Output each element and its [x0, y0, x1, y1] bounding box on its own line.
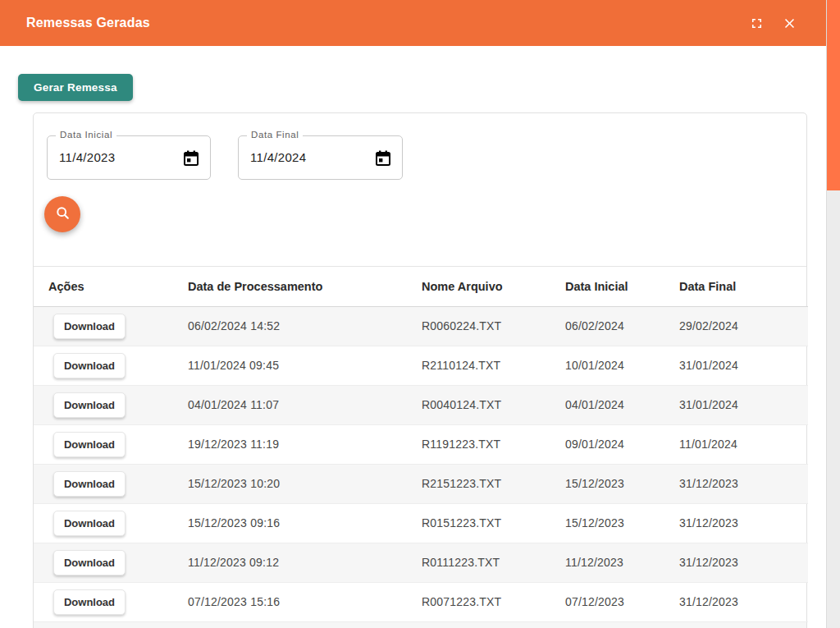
modal-title: Remessas Geradas	[26, 16, 150, 30]
cell-data-processamento: 06/02/2024 14:52	[188, 306, 422, 346]
download-button[interactable]: Download	[53, 550, 126, 575]
data-final-value: 11/4/2024	[250, 136, 306, 179]
cell-nome-arquivo: R2151223.TXT	[422, 464, 565, 503]
modal-header: Remessas Geradas	[0, 0, 840, 46]
cell-nome-arquivo: R0151223.TXT	[422, 503, 565, 543]
download-button[interactable]: Download	[53, 392, 126, 418]
cell-data-final: 31/12/2023	[679, 543, 808, 582]
table-row: Download 15/12/2023 09:16 R0151223.TXT 1…	[34, 503, 808, 543]
cell-data-final: 11/01/2024	[679, 424, 808, 464]
cell-data-inicial: 15/12/2023	[565, 464, 679, 503]
table-row: Download 07/12/2023 15:16 R0071223.TXT 0…	[34, 582, 808, 621]
close-button[interactable]	[781, 15, 797, 31]
download-button[interactable]: Download	[53, 314, 126, 339]
filter-section: Data Inicial 11/4/2023 Data Final 11/4/2…	[34, 113, 806, 266]
table-section: Ações Data de Processamento Nome Arquivo…	[34, 266, 806, 628]
header-actions	[748, 15, 797, 31]
cell-data-final: 31/01/2024	[679, 385, 808, 424]
cell-data-final: 29/02/2024	[679, 306, 808, 346]
cell-data-final: 31/12/2023	[679, 503, 808, 543]
calendar-icon	[373, 158, 393, 171]
search-button[interactable]	[44, 196, 80, 232]
cell-data-processamento: 11/01/2024 09:45	[188, 346, 422, 385]
header-data-final: Data Final	[679, 267, 808, 306]
data-inicial-calendar-button[interactable]	[181, 149, 201, 168]
header-nome-arquivo: Nome Arquivo	[422, 267, 565, 306]
search-icon	[54, 204, 71, 224]
header-acoes: Ações	[34, 267, 188, 306]
cell-data-inicial: 07/12/2023	[565, 582, 679, 621]
cell-nome-arquivo: R1191223.TXT	[422, 424, 565, 464]
cell-data-processamento: 11/12/2023 09:12	[188, 543, 422, 582]
cell-nome-arquivo: R2110124.TXT	[422, 346, 565, 385]
remessas-card: Data Inicial 11/4/2023 Data Final 11/4/2…	[33, 112, 807, 628]
fullscreen-icon	[749, 16, 765, 31]
header-data-processamento: Data de Processamento	[188, 267, 422, 306]
table-body: Download 06/02/2024 14:52 R0060224.TXT 0…	[34, 306, 808, 621]
data-final-input[interactable]: Data Final 11/4/2024	[238, 135, 403, 180]
table-row: Download 04/01/2024 11:07 R0040124.TXT 0…	[34, 385, 808, 424]
table-row: Download 15/12/2023 10:20 R2151223.TXT 1…	[34, 464, 808, 503]
data-final-calendar-button[interactable]	[373, 149, 393, 168]
cell-nome-arquivo: R0111223.TXT	[422, 543, 565, 582]
data-inicial-input[interactable]: Data Inicial 11/4/2023	[47, 135, 211, 180]
download-button[interactable]: Download	[53, 432, 126, 457]
cell-data-inicial: 09/01/2024	[565, 424, 679, 464]
vertical-scrollbar[interactable]	[826, 0, 840, 628]
table-row: Download 11/01/2024 09:45 R2110124.TXT 1…	[34, 346, 808, 385]
download-button[interactable]: Download	[53, 589, 126, 615]
cell-data-final: 31/12/2023	[679, 582, 808, 621]
cell-data-processamento: 15/12/2023 10:20	[188, 464, 422, 503]
header-data-inicial: Data Inicial	[565, 267, 679, 306]
cell-data-processamento: 07/12/2023 15:16	[188, 582, 422, 621]
cell-data-inicial: 04/01/2024	[565, 385, 679, 424]
cell-data-processamento: 15/12/2023 09:16	[188, 503, 422, 543]
remessas-table: Ações Data de Processamento Nome Arquivo…	[34, 267, 808, 622]
cell-data-final: 31/01/2024	[679, 346, 808, 385]
download-button[interactable]: Download	[53, 511, 126, 536]
fullscreen-button[interactable]	[748, 15, 765, 31]
table-row: Download 11/12/2023 09:12 R0111223.TXT 1…	[34, 543, 808, 582]
cell-data-inicial: 11/12/2023	[565, 543, 679, 582]
gerar-remessa-button[interactable]: Gerar Remessa	[18, 74, 133, 101]
cell-data-inicial: 15/12/2023	[565, 503, 679, 543]
cell-nome-arquivo: R0071223.TXT	[422, 582, 565, 621]
close-icon	[782, 16, 797, 31]
table-row: Download 06/02/2024 14:52 R0060224.TXT 0…	[34, 306, 808, 346]
cell-nome-arquivo: R0060224.TXT	[422, 306, 565, 346]
cell-data-inicial: 06/02/2024	[565, 306, 679, 346]
table-row: Download 19/12/2023 11:19 R1191223.TXT 0…	[34, 424, 808, 464]
download-button[interactable]: Download	[53, 471, 126, 497]
cell-data-inicial: 10/01/2024	[565, 346, 679, 385]
table-row-partial	[34, 622, 806, 628]
calendar-icon	[181, 158, 201, 171]
cell-nome-arquivo: R0040124.TXT	[422, 385, 565, 424]
table-header-row: Ações Data de Processamento Nome Arquivo…	[34, 267, 808, 306]
download-button[interactable]: Download	[53, 353, 126, 378]
data-inicial-value: 11/4/2023	[59, 136, 115, 179]
cell-data-processamento: 04/01/2024 11:07	[188, 385, 422, 424]
cell-data-final: 31/12/2023	[679, 464, 808, 503]
cell-data-processamento: 19/12/2023 11:19	[188, 424, 422, 464]
scrollbar-thumb[interactable]	[827, 0, 840, 190]
